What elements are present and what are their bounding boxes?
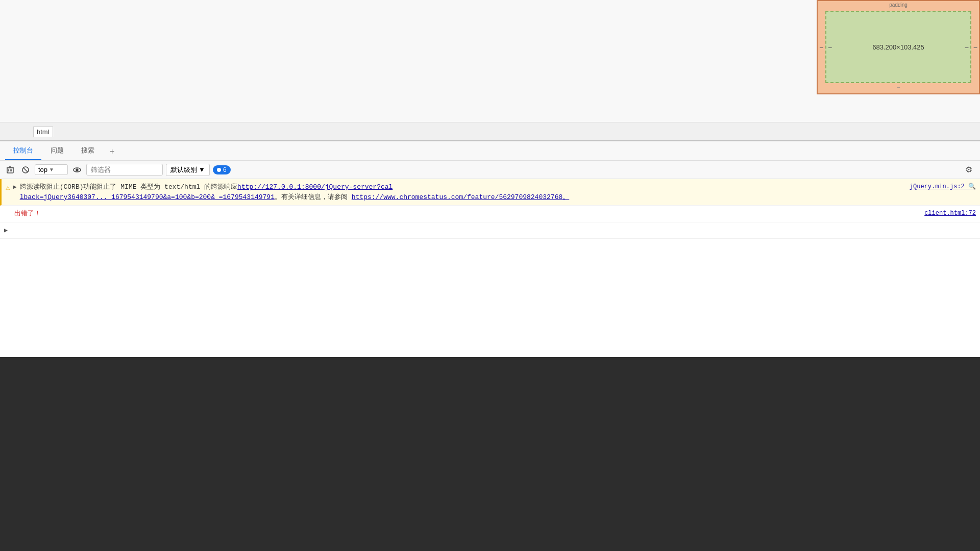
filter-input[interactable] (86, 164, 163, 176)
minus-left: − (819, 43, 823, 52)
clear-icon (6, 166, 14, 174)
block-icon (21, 166, 30, 174)
expand-arrow-corb[interactable]: ▶ (13, 183, 16, 192)
box-model-size: 683.200×103.425 (872, 43, 924, 51)
error-message-text: 出错了！ (14, 209, 924, 219)
console-toolbar: top ▼ 默认级别 ▼ 6 ⚙ (0, 161, 980, 179)
console-row-expandable: ▶ (0, 222, 980, 239)
svg-line-7 (23, 167, 28, 172)
corb-source[interactable]: jQuery.min.js:2 🔍 (910, 182, 976, 191)
level-label: 默认级别 (170, 165, 197, 174)
level-dropdown[interactable]: 默认级别 ▼ (166, 164, 210, 176)
tab-issues[interactable]: 问题 (42, 142, 72, 160)
error-source[interactable]: client.html:72 (924, 209, 976, 218)
console-row-error: 出错了！ client.html:72 (0, 206, 980, 222)
tabs-bar: 控制台 问题 搜索 + (0, 141, 980, 161)
message-count: 6 (223, 166, 227, 173)
badge-dot (217, 168, 221, 172)
eye-icon (73, 166, 81, 174)
block-requests-button[interactable] (19, 164, 32, 176)
minus-right: − (973, 43, 977, 52)
context-dropdown-arrow: ▼ (49, 167, 54, 172)
inner-minus-left: − (828, 43, 832, 52)
tab-console[interactable]: 控制台 (5, 142, 41, 160)
box-model-inner: 683.200×103.425 − − (825, 11, 971, 83)
settings-button[interactable]: ⚙ (962, 163, 976, 177)
context-dropdown[interactable]: top ▼ (35, 164, 68, 175)
message-count-badge[interactable]: 6 (213, 165, 231, 174)
browser-content-area: padding − − − 683.200×103.425 − − − (0, 0, 980, 122)
corb-link-1[interactable]: http://127.0.0.1:8000/jQuery-server?call… (20, 183, 393, 201)
corb-message-text: 跨源读取阻止(CORB)功能阻止了 MIME 类型为 text/html 的跨源… (20, 182, 910, 202)
corb-link-2[interactable]: https://www.chromestatus.com/feature/562… (352, 193, 569, 201)
box-model-dash-lines: − (818, 84, 979, 91)
box-model-panel: padding − − − 683.200×103.425 − − − (817, 0, 980, 94)
tab-search[interactable]: 搜索 (73, 142, 103, 160)
warning-icon: ⚠ (6, 183, 10, 193)
svg-point-9 (76, 169, 78, 171)
inner-minus-right: − (965, 43, 969, 52)
console-output: ⚠ ▶ 跨源读取阻止(CORB)功能阻止了 MIME 类型为 text/html… (0, 179, 980, 239)
clear-console-button[interactable] (4, 164, 16, 176)
minus-top: − (896, 3, 900, 11)
console-row-corb: ⚠ ▶ 跨源读取阻止(CORB)功能阻止了 MIME 类型为 text/html… (0, 179, 980, 206)
inspect-button[interactable] (71, 164, 83, 176)
expand-arrow-obj[interactable]: ▶ (4, 226, 8, 235)
level-dropdown-arrow: ▼ (199, 166, 205, 173)
context-value: top (38, 166, 47, 173)
taskbar-bottom (0, 357, 980, 551)
html-tag-breadcrumb: html (33, 127, 53, 137)
tab-add-button[interactable]: + (104, 143, 120, 160)
